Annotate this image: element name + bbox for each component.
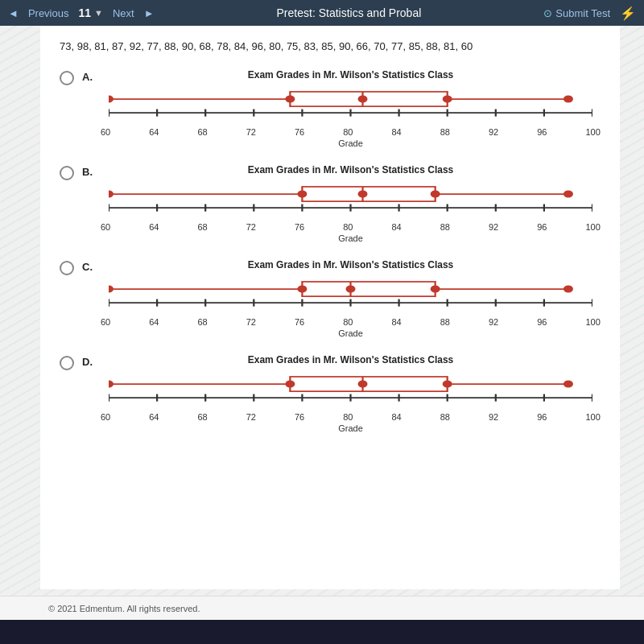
chart-title-c: Exam Grades in Mr. Wilson's Statistics C… (101, 259, 601, 270)
axis-labels-c: 60646872768084889296100 (101, 317, 601, 327)
radio-b[interactable] (60, 166, 74, 180)
option-b: B. Exam Grades in Mr. Wilson's Statistic… (60, 164, 601, 243)
chart-c: Exam Grades in Mr. Wilson's Statistics C… (101, 259, 601, 338)
svg-point-79 (109, 380, 114, 387)
option-d: D. Exam Grades in Mr. Wilson's Statistic… (60, 354, 601, 433)
submit-test-button[interactable]: ⊙ Submit Test (543, 7, 610, 19)
label-a: A. (82, 71, 93, 83)
axis-labels-a: 60646872768084889296100 (101, 127, 601, 137)
axis-labels-b: 60646872768084889296100 (101, 222, 601, 232)
label-c: C. (82, 261, 93, 273)
svg-point-39 (358, 190, 368, 197)
svg-rect-56 (302, 281, 435, 295)
data-line: 73, 98, 81, 87, 92, 77, 88, 90, 68, 78, … (60, 39, 601, 55)
chart-d: Exam Grades in Mr. Wilson's Statistics C… (101, 354, 601, 433)
chart-a: Exam Grades in Mr. Wilson's Statistics C… (101, 69, 601, 148)
radio-c[interactable] (60, 261, 74, 275)
svg-point-58 (109, 285, 114, 292)
chart-title-b: Exam Grades in Mr. Wilson's Statistics C… (101, 164, 601, 175)
boxplot-svg-d (109, 370, 592, 411)
prev-button[interactable]: Previous (28, 7, 69, 19)
grade-label-b: Grade (101, 233, 601, 243)
radio-a[interactable] (60, 71, 74, 85)
chart-b: Exam Grades in Mr. Wilson's Statistics C… (101, 164, 601, 243)
chart-title-a: Exam Grades in Mr. Wilson's Statistics C… (101, 69, 601, 80)
svg-point-80 (285, 380, 295, 387)
svg-point-37 (109, 190, 114, 197)
question-number[interactable]: 11 ▼ (78, 6, 102, 19)
svg-rect-35 (302, 186, 435, 200)
svg-point-41 (564, 190, 573, 197)
svg-point-59 (297, 285, 307, 292)
svg-rect-14 (290, 91, 447, 105)
option-a: A. Exam Grades in Mr. Wilson's Statistic… (60, 69, 601, 148)
chart-title-d: Exam Grades in Mr. Wilson's Statistics C… (101, 354, 601, 365)
footer: © 2021 Edmentum. All rights reserved. (0, 596, 644, 620)
grade-label-c: Grade (101, 328, 601, 338)
option-c: C. Exam Grades in Mr. Wilson's Statistic… (60, 259, 601, 338)
label-d: D. (82, 356, 93, 368)
next-button[interactable]: Next (113, 7, 134, 19)
menu-icon[interactable]: ⚡ (620, 6, 636, 21)
axis-labels-d: 60646872768084889296100 (101, 412, 601, 422)
svg-point-62 (564, 285, 573, 292)
svg-point-19 (443, 95, 452, 102)
main-content: 73, 98, 81, 87, 92, 77, 88, 90, 68, 78, … (0, 26, 644, 620)
question-panel: 73, 98, 81, 87, 92, 77, 88, 90, 68, 78, … (40, 26, 620, 589)
grade-label-d: Grade (101, 423, 601, 433)
radio-d[interactable] (60, 356, 74, 370)
svg-point-61 (431, 285, 440, 292)
prev-arrow-icon: ◄ (8, 7, 19, 19)
label-b: B. (82, 166, 93, 178)
svg-point-83 (564, 380, 573, 387)
boxplot-svg-a (109, 85, 592, 126)
svg-point-82 (443, 380, 452, 387)
boxplot-svg-c (109, 275, 592, 316)
page-title: Pretest: Statistics and Probal (164, 6, 535, 19)
svg-point-17 (285, 95, 295, 102)
svg-point-20 (564, 95, 573, 102)
next-arrow-icon: ► (144, 7, 155, 19)
grade-label-a: Grade (101, 138, 601, 148)
copyright-text: © 2021 Edmentum. All rights reserved. (48, 604, 200, 613)
svg-point-38 (297, 190, 307, 197)
svg-rect-77 (290, 376, 447, 390)
svg-point-60 (345, 285, 355, 292)
nav-bar: ◄ Previous 11 ▼ Next ► Pretest: Statisti… (0, 0, 644, 26)
boxplot-svg-b (109, 180, 592, 221)
svg-point-18 (358, 95, 368, 102)
svg-point-81 (358, 380, 368, 387)
svg-point-40 (431, 190, 440, 197)
svg-point-16 (109, 95, 114, 102)
